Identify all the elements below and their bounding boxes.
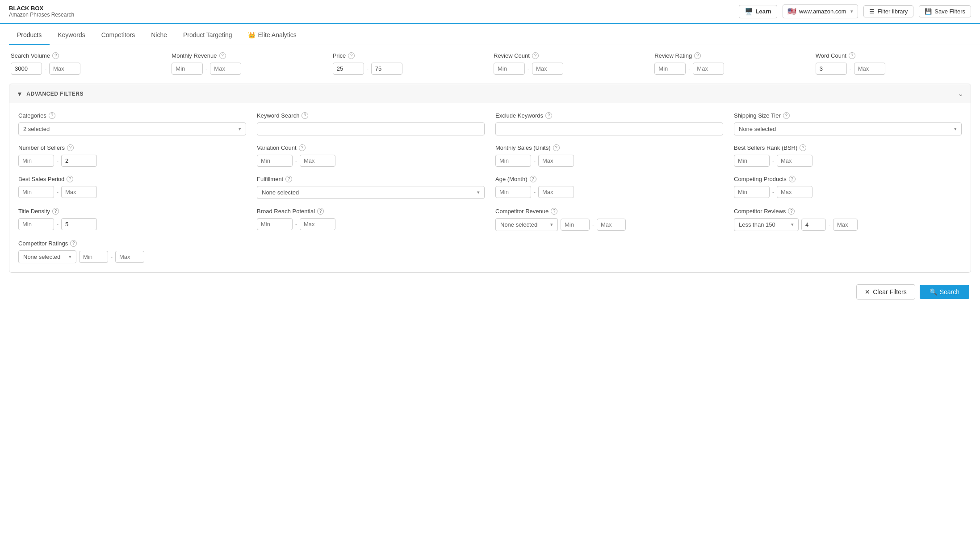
title-density-max[interactable] [61, 218, 97, 230]
tab-products[interactable]: Products [9, 26, 50, 45]
review-rating-max[interactable] [693, 63, 724, 75]
word-count-help-icon[interactable]: ? [849, 52, 855, 59]
advanced-filters-header[interactable]: ▼ ADVANCED FILTERS ⌄ [9, 84, 971, 103]
review-count-max[interactable] [532, 63, 563, 75]
competitor-ratings-dropdown-value: None selected [23, 253, 60, 260]
monthly-sales-min[interactable] [495, 155, 531, 167]
title-density-min[interactable] [18, 218, 54, 230]
title-density-help-icon[interactable]: ? [52, 208, 59, 215]
clear-filters-label: Clear Filters [873, 288, 906, 295]
header: BLACK BOX Amazon Phrases Research 🖥️ Lea… [0, 0, 980, 24]
exclude-keywords-input[interactable] [495, 122, 723, 135]
categories-help-icon[interactable]: ? [49, 112, 55, 119]
filter-word-count: Word Count ? - [816, 52, 969, 75]
monitor-icon: 🖥️ [745, 8, 753, 16]
adv-monthly-sales-units: Monthly Sales (Units) ? - [495, 144, 723, 167]
review-count-help-icon[interactable]: ? [532, 52, 539, 59]
competitor-reviews-dropdown[interactable]: Less than 150 ▾ [734, 218, 799, 231]
best-sales-period-min[interactable] [18, 186, 54, 198]
chevron-up-icon: ⌄ [958, 89, 963, 98]
price-min[interactable] [333, 63, 364, 75]
monthly-sales-max[interactable] [538, 155, 574, 167]
header-left: BLACK BOX Amazon Phrases Research [9, 5, 74, 18]
num-sellers-help-icon[interactable]: ? [67, 144, 74, 151]
adv-best-sales-period: Best Sales Period ? - [18, 176, 246, 199]
price-max[interactable] [371, 63, 402, 75]
competitor-revenue-min[interactable] [561, 219, 590, 231]
monthly-revenue-max[interactable] [210, 63, 241, 75]
age-month-max[interactable] [538, 186, 574, 198]
competing-products-max[interactable] [777, 186, 812, 198]
review-rating-help-icon[interactable]: ? [694, 52, 701, 59]
app-subtitle: Amazon Phrases Research [9, 12, 74, 18]
competing-products-help-icon[interactable]: ? [789, 176, 796, 182]
competitor-ratings-dropdown[interactable]: None selected ▾ [18, 250, 76, 263]
keyword-search-input[interactable] [257, 122, 485, 135]
adv-competitor-ratings: Competitor Ratings ? None selected ▾ - [18, 240, 246, 263]
tab-keywords[interactable]: Keywords [50, 26, 93, 45]
competitor-reviews-help-icon[interactable]: ? [788, 208, 795, 215]
broad-reach-max[interactable] [300, 218, 335, 230]
broad-reach-help-icon[interactable]: ? [317, 208, 324, 215]
monthly-revenue-min[interactable] [172, 63, 203, 75]
fulfillment-help-icon[interactable]: ? [285, 176, 292, 182]
bsr-max[interactable] [777, 155, 812, 167]
save-filters-button[interactable]: 💾 Save Filters [919, 5, 971, 17]
search-volume-min[interactable] [11, 63, 42, 75]
monthly-sales-help-icon[interactable]: ? [553, 144, 560, 151]
filter-library-button[interactable]: ☰ Filter library [863, 5, 913, 17]
tab-elite-analytics[interactable]: 👑 Elite Analytics [240, 26, 304, 45]
competitor-revenue-dropdown-value: None selected [500, 221, 537, 228]
variation-count-min[interactable] [257, 155, 293, 167]
domain-text: www.amazon.com [799, 8, 846, 15]
keyword-search-help-icon[interactable]: ? [302, 112, 308, 119]
word-count-max[interactable] [854, 63, 885, 75]
best-sales-period-max[interactable] [61, 186, 97, 198]
competitor-revenue-max[interactable] [597, 219, 626, 231]
basic-filters: Search Volume ? - Monthly Revenue ? - Pr… [0, 45, 980, 79]
exclude-keywords-help-icon[interactable]: ? [545, 112, 552, 119]
competitor-revenue-help-icon[interactable]: ? [551, 208, 557, 215]
categories-dropdown[interactable]: 2 selected ▾ [18, 122, 246, 135]
best-sales-period-help-icon[interactable]: ? [67, 176, 73, 182]
learn-button[interactable]: 🖥️ Learn [739, 5, 777, 18]
competitor-ratings-min[interactable] [79, 251, 108, 263]
tab-niche[interactable]: Niche [143, 26, 175, 45]
fulfillment-dropdown[interactable]: None selected ▾ [257, 186, 485, 199]
review-count-min[interactable] [494, 63, 525, 75]
competitor-ratings-max[interactable] [115, 251, 144, 263]
bsr-min[interactable] [734, 155, 770, 167]
search-volume-max[interactable] [49, 63, 80, 75]
chevron-down-icon: ▾ [850, 8, 853, 14]
competitor-revenue-dropdown[interactable]: None selected ▾ [495, 218, 558, 231]
clear-filters-button[interactable]: ✕ Clear Filters [856, 284, 915, 300]
word-count-min[interactable] [816, 63, 847, 75]
variation-count-help-icon[interactable]: ? [299, 144, 306, 151]
filter-price: Price ? - [333, 52, 486, 75]
tab-competitors[interactable]: Competitors [93, 26, 143, 45]
review-rating-min[interactable] [654, 63, 686, 75]
competitor-ratings-help-icon[interactable]: ? [70, 240, 77, 247]
tab-product-targeting[interactable]: Product Targeting [175, 26, 240, 45]
num-sellers-min[interactable] [18, 155, 54, 167]
broad-reach-min[interactable] [257, 218, 293, 230]
bsr-help-icon[interactable]: ? [800, 144, 806, 151]
num-sellers-max[interactable] [61, 155, 97, 167]
age-month-min[interactable] [495, 186, 531, 198]
search-button[interactable]: 🔍 Search [920, 285, 969, 299]
search-volume-help-icon[interactable]: ? [52, 52, 59, 59]
price-help-icon[interactable]: ? [348, 52, 355, 59]
competing-products-min[interactable] [734, 186, 770, 198]
competitor-reviews-min[interactable] [801, 219, 826, 231]
fulfillment-chevron-icon: ▾ [477, 190, 480, 195]
variation-count-max[interactable] [300, 155, 335, 167]
competitor-revenue-chevron-icon: ▾ [550, 222, 553, 228]
monthly-revenue-help-icon[interactable]: ? [219, 52, 226, 59]
advanced-filters-title: ADVANCED FILTERS [26, 91, 84, 97]
shipping-size-dropdown[interactable]: None selected ▾ [734, 122, 962, 135]
shipping-size-help-icon[interactable]: ? [783, 112, 790, 119]
age-month-help-icon[interactable]: ? [530, 176, 536, 182]
domain-selector[interactable]: 🇺🇸 www.amazon.com ▾ [783, 4, 858, 18]
competitor-reviews-max[interactable] [833, 219, 858, 231]
competitor-reviews-dropdown-value: Less than 150 [739, 221, 775, 228]
